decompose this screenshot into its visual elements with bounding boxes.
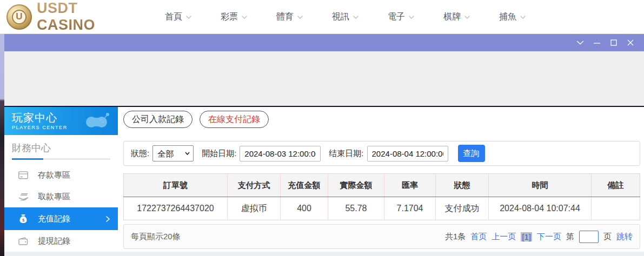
table-header-row: 訂單號 支付方式 充值金額 實際金額 匯率 狀態 時間 備註 <box>124 174 640 197</box>
end-date-label: 结束日期: <box>329 149 363 159</box>
nav-item-chess[interactable]: 棋牌 <box>429 0 484 34</box>
nav-item-home[interactable]: 首頁 <box>150 0 206 34</box>
filter-panel: 狀態: 全部 開始日期: 结束日期: 查詢 <box>123 141 640 166</box>
next-page-link[interactable]: 下一页 <box>537 232 561 242</box>
col-header-status: 狀態 <box>436 174 489 197</box>
nav-item-video[interactable]: 視訊 <box>317 0 373 34</box>
wallet-icon <box>18 237 29 245</box>
nav-item-label: 捕魚 <box>499 11 516 23</box>
col-header-exchange-rate: 匯率 <box>384 174 436 197</box>
sidebar-item-withdrawal-records[interactable]: 提現記錄 <box>4 230 118 252</box>
page-suffix-text: 页 <box>603 232 612 242</box>
sidebar-item-recharge-records[interactable]: $ 充值記錄 <box>4 207 118 230</box>
col-header-remark: 備註 <box>592 174 640 197</box>
first-page-link[interactable]: 首页 <box>470 232 487 242</box>
page-number-input[interactable] <box>579 231 599 243</box>
nav-item-fishing[interactable]: 捕魚 <box>484 0 540 34</box>
total-count-text: 共1条 <box>445 232 466 242</box>
chevron-down-icon <box>464 16 470 19</box>
chevron-right-icon <box>106 216 110 222</box>
col-header-time: 時間 <box>489 174 592 197</box>
nav-item-label: 彩票 <box>221 11 238 23</box>
chevron-down-icon <box>242 16 247 19</box>
page-background-strip <box>0 34 4 256</box>
nav-item-sports[interactable]: 體育 <box>262 0 317 34</box>
sidebar: 玩家中心 PLAYERS CENTER 財務中心 <box>4 107 118 252</box>
search-button[interactable]: 查詢 <box>458 145 485 162</box>
window-titlebar[interactable] <box>4 34 644 51</box>
players-center-titles: 玩家中心 PLAYERS CENTER <box>12 112 68 130</box>
chevron-down-icon <box>409 16 414 19</box>
section-underline <box>12 158 110 160</box>
logo-text: USDT CASINO <box>37 0 135 33</box>
chevron-down-icon <box>520 16 526 19</box>
close-icon[interactable] <box>622 34 639 51</box>
main-navigation: 首頁 彩票 體育 視訊 電子 棋牌 捕魚 <box>150 0 540 34</box>
nav-item-label: 首頁 <box>165 11 182 23</box>
sidebar-item-label: 提現記錄 <box>38 236 70 246</box>
status-label: 狀態: <box>131 149 149 159</box>
sidebar-item-deposit-zone[interactable]: 存款專區 <box>4 164 118 186</box>
withdraw-hand-icon <box>18 193 29 201</box>
sidebar-menu: 存款專區 取款專區 $ 充值記錄 <box>4 160 118 252</box>
site-logo[interactable]: U USDT CASINO <box>0 0 135 33</box>
nav-item-label: 體育 <box>276 11 294 23</box>
sidebar-item-label: 充值記錄 <box>38 214 70 224</box>
logo-icon: U <box>6 4 32 30</box>
deposit-records-table: 訂單號 支付方式 充值金額 實際金額 匯率 狀態 時間 備註 172273726… <box>123 173 640 220</box>
maximize-icon[interactable] <box>605 34 622 51</box>
cell-status: 支付成功 <box>436 197 489 220</box>
window-blank-area <box>4 51 644 106</box>
jump-link[interactable]: 跳转 <box>616 232 633 242</box>
cell-exchange-rate: 7.1704 <box>384 197 436 220</box>
page-prefix-text: 第 <box>566 232 574 242</box>
cell-actual-amount: 55.78 <box>328 197 384 220</box>
sidebar-item-withdraw-zone[interactable]: 取款專區 <box>4 186 118 207</box>
status-select-wrap: 全部 <box>152 145 194 161</box>
nav-item-electronic[interactable]: 電子 <box>373 0 429 34</box>
chevron-down-icon <box>186 16 191 19</box>
nav-item-label: 視訊 <box>332 11 349 23</box>
end-date-input[interactable] <box>367 146 448 161</box>
sidebar-item-label: 取款專區 <box>38 192 70 202</box>
top-navbar: U USDT CASINO 首頁 彩票 體育 視訊 電子 棋牌 捕魚 <box>0 0 644 34</box>
tab-company-deposit-records[interactable]: 公司入款記錄 <box>123 111 192 128</box>
record-tabs: 公司入款記錄 在線支付記錄 <box>123 111 640 128</box>
col-header-pay-method: 支付方式 <box>228 174 281 197</box>
tab-online-payment-records[interactable]: 在線支付記錄 <box>200 111 269 128</box>
cell-order-no: 1722737264437020 <box>124 197 228 220</box>
status-select[interactable]: 全部 <box>152 145 194 161</box>
cell-pay-method: 虚拟币 <box>228 197 281 220</box>
sidebar-item-label: 存款專區 <box>38 170 70 180</box>
deposit-card-icon <box>18 171 29 179</box>
player-center-window: 玩家中心 PLAYERS CENTER 財務中心 <box>4 34 644 256</box>
gamepad-icon <box>83 112 111 130</box>
prev-page-link[interactable]: 上一页 <box>492 232 516 242</box>
finance-section-title: 財務中心 <box>4 135 118 158</box>
sidebar-subtitle: PLAYERS CENTER <box>12 125 68 130</box>
chevron-down-icon <box>297 16 303 19</box>
moneybag-icon: $ <box>18 214 29 224</box>
section-underline-accent <box>12 158 43 160</box>
page-size-text: 每頁顯示20條 <box>131 232 181 242</box>
col-header-actual-amount: 實際金額 <box>328 174 384 197</box>
minimize-icon[interactable] <box>588 34 605 51</box>
records-panel: 公司入款記錄 在線支付記錄 狀態: 全部 開始日期: 结束日期: 查詢 <box>118 107 644 252</box>
nav-item-lottery[interactable]: 彩票 <box>206 0 262 34</box>
col-header-order-no: 訂單號 <box>124 174 228 197</box>
players-center-header: 玩家中心 PLAYERS CENTER <box>4 107 118 135</box>
sidebar-title: 玩家中心 <box>12 112 68 124</box>
start-date-label: 開始日期: <box>202 149 236 159</box>
cell-recharge-amount: 400 <box>281 197 328 220</box>
player-center-content: 玩家中心 PLAYERS CENTER 財務中心 <box>4 107 644 252</box>
cell-remark <box>592 197 640 220</box>
nav-item-label: 電子 <box>388 11 405 23</box>
window-bottom-strip <box>4 252 644 256</box>
current-page[interactable]: [1] <box>521 232 532 241</box>
nav-item-label: 棋牌 <box>443 11 461 23</box>
collapse-icon[interactable] <box>572 34 588 51</box>
pagination-bar: 每頁顯示20條 共1条 首页 上一页 [1] 下一页 第 页 跳转 <box>123 224 640 249</box>
pager: 共1条 首页 上一页 [1] 下一页 第 页 跳转 <box>445 231 633 243</box>
start-date-input[interactable] <box>240 146 321 161</box>
chevron-down-icon <box>353 16 358 19</box>
